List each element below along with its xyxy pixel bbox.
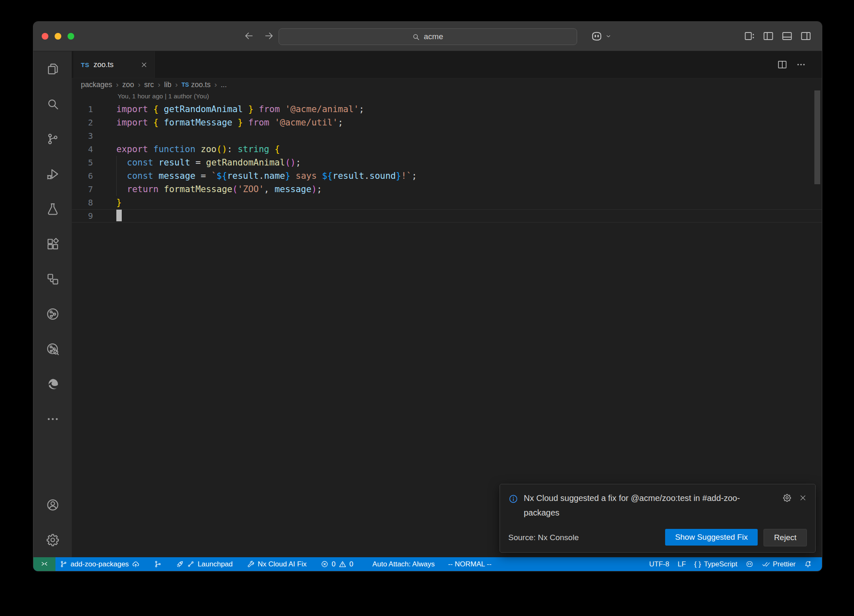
code-line[interactable]: 7 return formatMessage('ZOO', message); xyxy=(72,183,822,196)
code-line[interactable]: 1import { getRandomAnimal } from '@acme/… xyxy=(72,103,822,116)
line-number[interactable]: 2 xyxy=(72,116,93,129)
notification-toast: Nx Cloud suggested a fix for @acme/zoo:t… xyxy=(500,484,816,553)
sidebar-right-icon[interactable] xyxy=(800,30,812,42)
line-number[interactable]: 8 xyxy=(72,196,93,209)
activitybar-item-extensions[interactable] xyxy=(33,226,72,261)
customize-layout-icon[interactable] xyxy=(743,30,756,42)
notification-message: Nx Cloud suggested a fix for @acme/zoo:t… xyxy=(524,491,774,520)
breadcrumb-item[interactable]: lib xyxy=(164,80,171,89)
activitybar-item-run-and-debug[interactable] xyxy=(33,156,72,191)
tab-zoo-ts[interactable]: TS zoo.ts xyxy=(73,51,155,78)
editor-actions xyxy=(777,51,822,78)
breadcrumb-item[interactable]: packages xyxy=(81,80,112,89)
editor-scrollbar[interactable] xyxy=(814,90,820,184)
files-icon xyxy=(46,62,60,76)
status-item-remote-indicator[interactable] xyxy=(33,557,55,571)
status-item-label: Prettier xyxy=(773,560,796,568)
line-number[interactable]: 7 xyxy=(72,183,93,196)
copilot-menu[interactable] xyxy=(590,30,612,43)
status-item-source-control-graph[interactable] xyxy=(150,557,166,571)
search-icon xyxy=(46,97,60,111)
activitybar-item-additional-views[interactable] xyxy=(33,401,72,436)
close-tab-icon[interactable] xyxy=(141,61,148,68)
code-line[interactable]: 9 xyxy=(72,209,822,223)
reject-button[interactable]: Reject xyxy=(764,529,807,546)
more-actions-icon[interactable] xyxy=(796,60,806,70)
code-line[interactable]: 3 xyxy=(72,129,822,143)
error-icon xyxy=(321,560,329,568)
cloud-upload-icon xyxy=(132,560,140,568)
status-item-copilot[interactable] xyxy=(741,557,758,571)
line-number[interactable]: 4 xyxy=(72,143,93,156)
status-item-notifications[interactable] xyxy=(800,557,816,571)
breadcrumb-item[interactable]: TSzoo.ts xyxy=(181,80,211,89)
status-right-items: UTF-8LF{ }TypeScriptPrettier xyxy=(645,557,822,571)
vscode-window: acme TS zoo.ts packages›zoo›src›lib xyxy=(33,21,822,571)
indent-guide xyxy=(116,156,117,169)
breadcrumb-item[interactable]: src xyxy=(144,80,154,89)
line-number[interactable]: 1 xyxy=(72,103,93,116)
status-bar: add-zoo-packagesLaunchpadNx Cloud AI Fix… xyxy=(33,557,822,571)
forward-arrow-icon[interactable] xyxy=(264,31,274,41)
status-item-vim-mode[interactable]: -- NORMAL -- xyxy=(444,557,495,571)
breadcrumb-label: src xyxy=(144,80,154,89)
show-suggested-fix-button[interactable]: Show Suggested Fix xyxy=(665,529,758,546)
breadcrumb: packages›zoo›src›lib›TSzoo.ts›... xyxy=(72,78,822,91)
close-window-button[interactable] xyxy=(42,33,48,40)
activitybar-item-testing[interactable] xyxy=(33,191,72,226)
line-number[interactable]: 6 xyxy=(72,169,93,183)
line-number[interactable]: 9 xyxy=(72,209,93,223)
breadcrumb-separator-icon: › xyxy=(158,80,160,89)
code-text: return formatMessage('ZOO', message); xyxy=(93,183,322,196)
activitybar-item-search[interactable] xyxy=(33,86,72,121)
activitybar-item-edge-tools[interactable] xyxy=(33,366,72,401)
status-item-problems[interactable]: 00 xyxy=(316,557,357,571)
activitybar-item-explorer[interactable] xyxy=(33,51,72,86)
code-text: const result = getRandomAnimal(); xyxy=(93,156,301,169)
notification-close-icon[interactable] xyxy=(799,493,807,502)
status-item-encoding[interactable]: UTF-8 xyxy=(645,557,673,571)
activitybar-item-project-view[interactable] xyxy=(33,261,72,296)
status-item-language-mode[interactable]: { }TypeScript xyxy=(690,557,741,571)
status-item-launchpad[interactable]: Launchpad xyxy=(172,557,237,571)
more-icon xyxy=(46,412,60,426)
minimize-window-button[interactable] xyxy=(55,33,61,40)
activitybar-item-nx-console[interactable] xyxy=(33,296,72,331)
notification-settings-gear-icon[interactable] xyxy=(783,493,791,502)
command-center-search[interactable]: acme xyxy=(279,28,577,45)
status-item-eol[interactable]: LF xyxy=(673,557,690,571)
activitybar-item-settings[interactable] xyxy=(33,522,72,557)
status-item-formatter[interactable]: Prettier xyxy=(758,557,800,571)
git-branch-icon xyxy=(60,560,68,568)
code-line[interactable]: 8} xyxy=(72,196,822,209)
breadcrumb-item[interactable]: zoo xyxy=(122,80,134,89)
zoom-window-button[interactable] xyxy=(68,33,74,40)
sidebar-left-icon[interactable] xyxy=(762,30,774,42)
status-item-branch-publish[interactable]: add-zoo-packages xyxy=(55,557,144,571)
warning-icon xyxy=(339,560,347,568)
indent-guide xyxy=(116,183,117,196)
status-item-label: Launchpad xyxy=(198,560,233,568)
back-arrow-icon[interactable] xyxy=(244,31,254,41)
status-item-label: Nx Cloud AI Fix xyxy=(258,560,306,568)
line-number[interactable]: 5 xyxy=(72,156,93,169)
history-nav xyxy=(244,31,274,41)
tab-bar: TS zoo.ts xyxy=(72,51,822,78)
line-number[interactable]: 3 xyxy=(72,129,93,143)
code-line[interactable]: 6 const message = `${result.name} says $… xyxy=(72,169,822,183)
code-line[interactable]: 5 const result = getRandomAnimal(); xyxy=(72,156,822,169)
panel-bottom-icon[interactable] xyxy=(781,30,793,42)
status-item-auto-attach[interactable]: Auto Attach: Always xyxy=(368,557,439,571)
code-text: } xyxy=(93,196,122,209)
code-line[interactable]: 2import { formatMessage } from '@acme/ut… xyxy=(72,116,822,129)
split-editor-icon[interactable] xyxy=(777,59,788,70)
breadcrumb-item[interactable]: ... xyxy=(221,80,227,89)
activitybar-item-nx-cloud[interactable] xyxy=(33,331,72,366)
activitybar-item-source-control[interactable] xyxy=(33,121,72,156)
activitybar-item-accounts[interactable] xyxy=(33,487,72,522)
copilot-icon xyxy=(746,560,754,568)
status-item-nx-cloud-ai-fix[interactable]: Nx Cloud AI Fix xyxy=(243,557,311,571)
code-line[interactable]: 4export function zoo(): string { xyxy=(72,143,822,156)
git-blame-annotation: You, 1 hour ago | 1 author (You) xyxy=(72,91,822,103)
typescript-file-icon: TS xyxy=(181,81,189,88)
